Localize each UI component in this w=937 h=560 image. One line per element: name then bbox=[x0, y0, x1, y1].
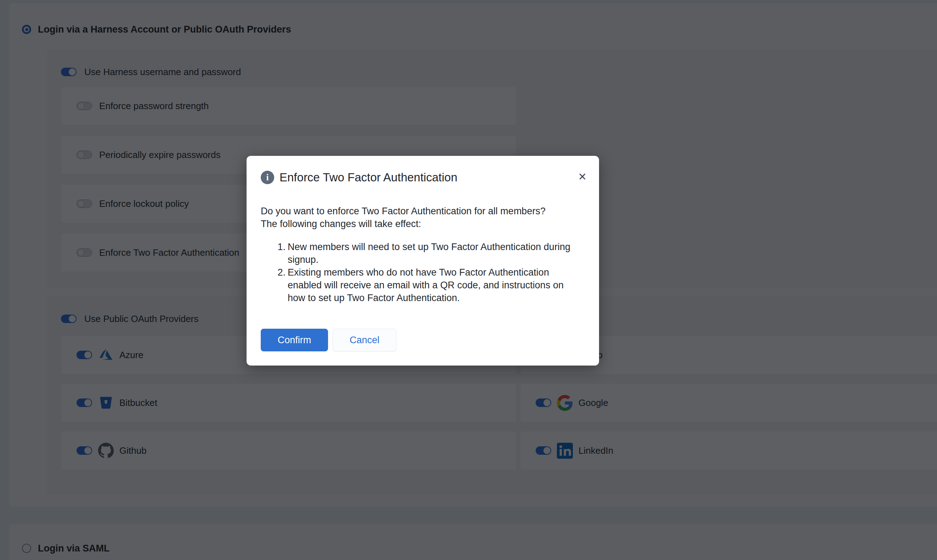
dialog-change-list: 1. New members will need to set up Two F… bbox=[261, 240, 585, 304]
confirm-button[interactable]: Confirm bbox=[261, 329, 328, 351]
dialog-intro: Do you want to enforce Two Factor Authen… bbox=[261, 205, 585, 230]
list-item-number: 1. bbox=[275, 240, 286, 253]
info-icon: i bbox=[261, 171, 274, 184]
intro-line: Do you want to enforce Two Factor Authen… bbox=[261, 205, 585, 217]
list-item-number: 2. bbox=[275, 266, 286, 279]
list-item-line: New members will need to set up Two Fact… bbox=[288, 240, 585, 253]
list-item-line: how to set up Two Factor Authentication. bbox=[288, 292, 585, 304]
intro-line: The following changes will take effect: bbox=[261, 217, 585, 230]
list-item-line: Existing members who do not have Two Fac… bbox=[288, 266, 585, 279]
dialog-title: Enforce Two Factor Authentication bbox=[280, 170, 457, 185]
close-icon[interactable]: ✕ bbox=[575, 170, 589, 183]
dialog-body: Do you want to enforce Two Factor Authen… bbox=[261, 205, 585, 304]
dialog-footer: Confirm Cancel bbox=[261, 329, 585, 351]
auth-settings-page: Login via a Harness Account or Public OA… bbox=[0, 0, 937, 560]
list-item: 1. New members will need to set up Two F… bbox=[288, 240, 585, 266]
dialog-header: i Enforce Two Factor Authentication bbox=[261, 170, 585, 185]
list-item: 2. Existing members who do not have Two … bbox=[288, 266, 585, 304]
list-item-line: enabled will receive an email with a QR … bbox=[288, 279, 585, 292]
cancel-button[interactable]: Cancel bbox=[332, 329, 396, 351]
list-item-line: signup. bbox=[288, 253, 585, 266]
enforce-two-factor-dialog: i Enforce Two Factor Authentication ✕ Do… bbox=[246, 156, 599, 366]
